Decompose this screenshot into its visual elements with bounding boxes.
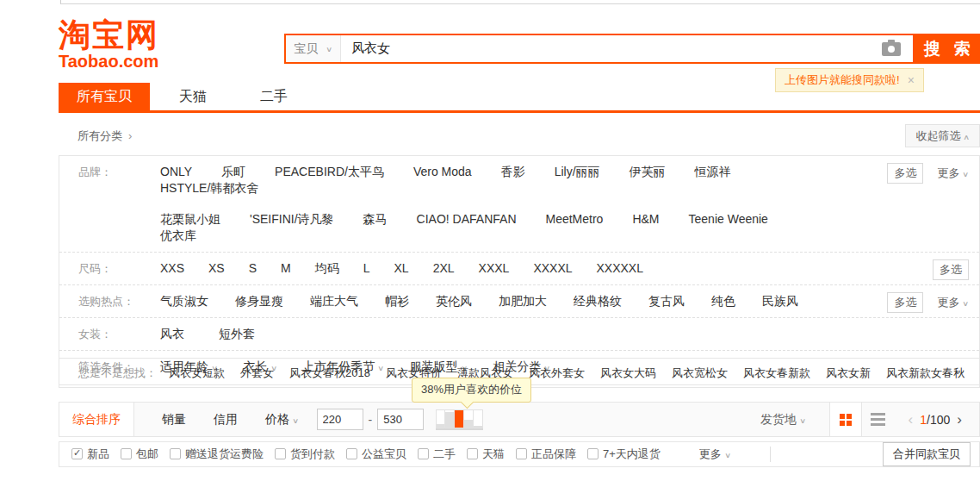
histogram-cell[interactable]	[474, 409, 483, 428]
view-grid-button[interactable]	[829, 403, 862, 436]
hotspot-option[interactable]: 经典格纹	[574, 293, 622, 309]
size-option[interactable]: 2XL	[433, 260, 455, 277]
brand-option[interactable]: Lily/丽丽	[555, 164, 600, 180]
more-button[interactable]: 更多∨	[937, 295, 969, 310]
brand-option[interactable]: 优衣库	[160, 228, 196, 244]
view-list-button[interactable]	[862, 403, 895, 436]
hotspot-option[interactable]: 纯色	[711, 293, 735, 309]
brand-option[interactable]: 森马	[363, 211, 388, 228]
merge-same-items-button[interactable]: 合并同款宝贝	[883, 442, 971, 466]
checkbox-item[interactable]: 天猫	[467, 447, 505, 462]
more-button[interactable]: 更多∨	[937, 166, 969, 181]
checkbox-item[interactable]: 新品	[71, 447, 109, 462]
size-option[interactable]: XXXXXL	[597, 260, 643, 277]
brand-option[interactable]: 香影	[501, 164, 525, 180]
checkbox-icon[interactable]	[467, 448, 478, 459]
suggestion-link[interactable]: 风衣女大码	[600, 366, 656, 379]
suggestion-link[interactable]: 风衣女春秋2018	[289, 366, 370, 379]
size-option[interactable]: 均码	[315, 260, 339, 277]
collapse-filters-button[interactable]: 收起筛选∧	[905, 124, 980, 147]
size-option[interactable]: XS	[208, 260, 225, 277]
hotspot-option[interactable]: 英伦风	[436, 293, 472, 309]
suggestion-link[interactable]: 风衣女短款	[169, 366, 225, 379]
brand-option[interactable]: MeetMetro	[546, 211, 604, 228]
price-min-input[interactable]	[317, 409, 363, 430]
breadcrumb[interactable]: 所有分类›	[78, 128, 132, 144]
search-scope-dropdown[interactable]: 宝贝∨	[286, 35, 341, 62]
checkbox-item[interactable]: 货到付款	[275, 447, 335, 462]
checkbox-item[interactable]: 二手	[418, 447, 456, 462]
hotspot-option[interactable]: 加肥加大	[499, 293, 547, 309]
next-page-button[interactable]: ›	[950, 411, 969, 428]
checkbox-item[interactable]: 赠送退货运费险	[170, 447, 264, 462]
size-option[interactable]: S	[249, 260, 257, 277]
suggestion-link[interactable]: 风衣女新	[826, 366, 871, 379]
suggestion-link[interactable]: 外套女	[240, 366, 274, 379]
sort-tab-comprehensive[interactable]: 综合排序	[59, 403, 134, 436]
sort-tab-price[interactable]: 价格∨	[265, 412, 299, 428]
brand-option[interactable]: HSTYLE/韩都衣舍	[160, 180, 258, 197]
histogram-cell[interactable]	[445, 409, 455, 428]
sort-tab-credit[interactable]: 信用	[214, 412, 238, 428]
checkbox-icon[interactable]	[587, 448, 599, 459]
brand-option[interactable]: ONLY	[160, 164, 192, 180]
checkbox-icon[interactable]	[346, 448, 357, 459]
hotspot-option[interactable]: 修身显瘦	[235, 293, 283, 309]
tab-tmall[interactable]: 天猫	[155, 83, 231, 110]
ship-from-dropdown[interactable]: 发货地∨	[760, 412, 806, 428]
checkbox-item[interactable]: 包邮	[121, 447, 158, 462]
checkbox-item[interactable]: 7+天内退货	[587, 447, 661, 462]
prev-page-button[interactable]: ‹	[902, 411, 921, 428]
price-histogram[interactable]	[436, 409, 483, 430]
size-option[interactable]: XXXXL	[533, 260, 572, 277]
brand-option[interactable]: PEACEBIRD/太平鸟	[275, 164, 384, 180]
hotspot-option[interactable]: 气质淑女	[160, 293, 208, 309]
brand-option[interactable]: Vero Moda	[413, 164, 472, 180]
multi-select-button[interactable]: 多选	[933, 259, 969, 280]
more-filters-button[interactable]: 更多∨	[699, 447, 731, 462]
multi-select-button[interactable]: 多选	[887, 163, 923, 184]
women-category-option[interactable]: 风衣	[160, 326, 184, 342]
close-icon[interactable]: ×	[908, 73, 915, 87]
suggestion-link[interactable]: 风衣外套女	[529, 366, 585, 379]
hotspot-option[interactable]: 帽衫	[385, 293, 409, 309]
size-option[interactable]: XXS	[160, 260, 184, 277]
checkbox-icon[interactable]	[275, 448, 286, 459]
search-button[interactable]: 搜 索	[915, 34, 980, 64]
suggestion-link[interactable]: 风衣宽松女	[672, 366, 728, 379]
tab-secondhand[interactable]: 二手	[236, 83, 312, 110]
price-max-input[interactable]	[377, 409, 424, 430]
size-option[interactable]: XXXL	[479, 260, 510, 277]
histogram-cell[interactable]	[464, 409, 474, 428]
suggestion-link[interactable]: 风衣新款女春秋	[886, 366, 964, 379]
checkbox-checked-icon[interactable]	[71, 448, 83, 459]
tab-all-items[interactable]: 所有宝贝	[59, 83, 150, 110]
hotspot-option[interactable]: 民族风	[762, 293, 798, 309]
size-option[interactable]: L	[363, 260, 370, 277]
brand-option[interactable]: 'SEIFINI/诗凡黎	[250, 211, 334, 228]
checkbox-icon[interactable]	[121, 448, 132, 459]
checkbox-icon[interactable]	[418, 448, 429, 459]
multi-select-button[interactable]: 多选	[887, 292, 923, 313]
brand-option[interactable]: 恒源祥	[695, 164, 731, 180]
brand-option[interactable]: 乐町	[221, 164, 245, 180]
checkbox-item[interactable]: 正品保障	[516, 447, 576, 462]
suggestion-link[interactable]: 风衣女春新款	[743, 366, 810, 379]
brand-option[interactable]: 伊芙丽	[630, 164, 666, 180]
taobao-logo[interactable]: 淘宝网 Taobao.com	[59, 19, 159, 71]
search-input[interactable]	[341, 35, 882, 62]
hotspot-option[interactable]: 端庄大气	[310, 293, 358, 309]
checkbox-icon[interactable]	[170, 448, 181, 459]
brand-option[interactable]: CIAO! DAFANFAN	[417, 211, 517, 228]
checkbox-item[interactable]: 公益宝贝	[346, 447, 406, 462]
size-option[interactable]: M	[281, 260, 291, 277]
camera-icon[interactable]	[882, 42, 901, 56]
brand-option[interactable]: Teenie Weenie	[689, 211, 768, 228]
brand-option[interactable]: 花栗鼠小姐	[160, 211, 220, 228]
brand-option[interactable]: H&M	[632, 211, 659, 228]
histogram-cell[interactable]	[436, 409, 445, 428]
women-category-option[interactable]: 短外套	[219, 326, 255, 342]
size-option[interactable]: XL	[394, 260, 409, 277]
checkbox-icon[interactable]	[516, 448, 527, 459]
hotspot-option[interactable]: 复古风	[648, 293, 685, 309]
